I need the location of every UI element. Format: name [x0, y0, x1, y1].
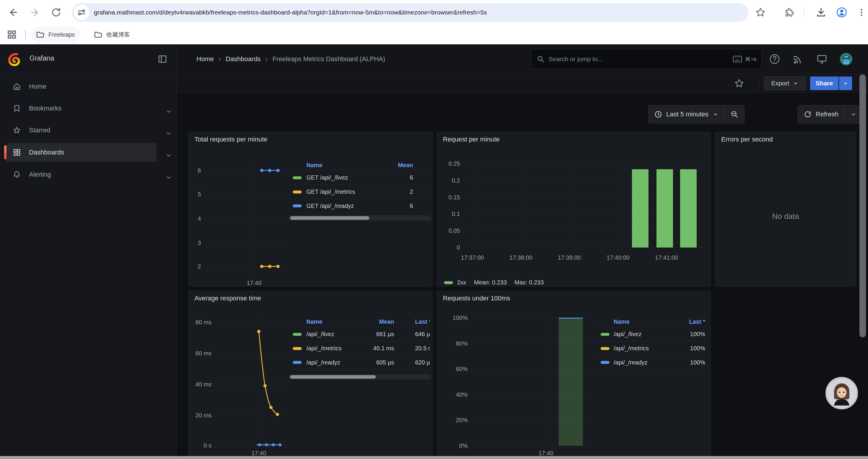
legend-row-metrics[interactable]: /api/_/metrics 40.1 ms 20.5 ms	[288, 341, 431, 355]
bookmark-folder-blogs[interactable]: 收藏博客	[89, 27, 135, 42]
svg-text:20%: 20%	[456, 417, 468, 423]
time-controls: Last 5 minutes Refresh	[177, 93, 868, 131]
request-per-minute-chart[interactable]: 0.25 0.2 0.15 0.1 0.05 0 17:37:00 17:38:…	[437, 132, 711, 287]
series-mean: 605 µs	[356, 359, 394, 366]
sidebar-collapse-button[interactable]	[156, 53, 169, 66]
svg-text:0.1: 0.1	[452, 210, 460, 217]
series-color-pill[interactable]	[293, 176, 302, 179]
table-scrollbar-thumb[interactable]	[290, 216, 369, 220]
assistant-avatar[interactable]	[826, 377, 858, 409]
table-scrollbar[interactable]	[288, 374, 431, 380]
apps-grid-icon	[7, 30, 16, 39]
column-name[interactable]: Name	[614, 319, 629, 325]
bookmark-star-button[interactable]	[753, 5, 768, 20]
series-color-pill[interactable]	[293, 333, 302, 336]
series-color-pill[interactable]	[293, 361, 302, 364]
sidebar-item-starred[interactable]: Starred	[6, 121, 157, 140]
breadcrumb-dashboards[interactable]: Dashboards	[226, 55, 261, 63]
bookmark-folder-freeleaps[interactable]: Freeleaps	[31, 27, 80, 42]
series-color-pill[interactable]	[601, 361, 610, 364]
legend-row-livez[interactable]: GET /api/_/livez 6	[288, 170, 431, 185]
share-button[interactable]: Share	[810, 76, 838, 90]
panel-request-per-minute: Request per minute 0.25 0.2 0.15 0.1 0.0…	[437, 132, 711, 287]
search-bar[interactable]: ⌘+k	[531, 49, 762, 69]
share-menu-button[interactable]	[839, 76, 852, 90]
legend-row-readyz[interactable]: GET /api/_/readyz 6	[288, 199, 431, 213]
panel-title[interactable]: Average response time	[194, 294, 261, 302]
column-last[interactable]: Last *	[629, 319, 710, 325]
series-last: 646 µs	[415, 331, 430, 338]
column-mean[interactable]: Mean	[322, 162, 431, 169]
profile-avatar-icon	[836, 6, 848, 18]
chevron-down-icon[interactable]	[165, 130, 172, 137]
refresh-group: Refresh	[798, 105, 863, 124]
zoom-out-button[interactable]	[724, 105, 744, 123]
display-button[interactable]	[815, 53, 829, 66]
legend-row-livez[interactable]: /api/_/livez 100%	[596, 327, 710, 341]
series-name: GET /api/_/metrics	[306, 189, 356, 195]
export-button[interactable]: Export	[764, 76, 806, 90]
user-avatar[interactable]	[840, 53, 852, 66]
favorite-dashboard-button[interactable]	[733, 77, 746, 90]
legend-table: Name Mean Last * /api/_/livez 661 µs 646…	[288, 316, 431, 369]
panel-under-100ms: Requests under 100ms 100% 80% 60% 40% 20…	[437, 291, 711, 459]
table-scrollbar-thumb[interactable]	[290, 375, 376, 379]
sidebar-item-dashboards[interactable]: Dashboards	[6, 143, 157, 162]
series-color-pill[interactable]	[601, 347, 610, 350]
back-button[interactable]	[6, 5, 20, 20]
downloads-button[interactable]	[814, 5, 828, 20]
time-range-group: Last 5 minutes	[648, 105, 745, 124]
apps-grid-button[interactable]	[5, 28, 19, 42]
chevron-down-icon[interactable]	[165, 152, 172, 159]
chart-legend[interactable]: 2xx Mean: 0.233 Max: 0.233	[444, 279, 544, 286]
back-arrow-icon	[7, 6, 19, 18]
column-name[interactable]: Name	[306, 162, 322, 169]
extensions-button[interactable]	[782, 5, 797, 20]
table-scrollbar[interactable]	[288, 215, 431, 221]
series-color-pill[interactable]	[601, 333, 610, 336]
sidebar-item-bookmarks[interactable]: Bookmarks	[6, 99, 157, 118]
sidebar-item-alerting[interactable]: Alerting	[6, 165, 157, 184]
browser-menu-button[interactable]	[855, 5, 868, 20]
reload-button[interactable]	[49, 5, 63, 20]
search-input[interactable]	[549, 56, 733, 63]
chevron-down-icon[interactable]	[165, 108, 172, 115]
column-mean[interactable]: Mean	[356, 319, 394, 325]
legend-row-metrics[interactable]: /api/_/metrics 100%	[596, 341, 710, 355]
series-color-pill[interactable]	[293, 191, 302, 193]
svg-text:17:40: 17:40	[538, 450, 553, 456]
panel-title[interactable]: Total requests per minute	[194, 136, 267, 143]
forward-button[interactable]	[28, 5, 42, 20]
grafana-app: Grafana Home Bookmarks Starred Dashboard…	[0, 44, 868, 459]
legend-row-readyz[interactable]: /api/_/readyz 605 µs 620 µs	[288, 355, 431, 369]
sidebar-item-home[interactable]: Home	[6, 77, 157, 96]
series-color-pill[interactable]	[293, 347, 302, 350]
time-range-picker[interactable]: Last 5 minutes	[649, 105, 724, 123]
column-name[interactable]: Name	[306, 319, 356, 325]
page-scrollbar-thumb[interactable]	[860, 74, 866, 337]
svg-text:17:39:00: 17:39:00	[558, 254, 581, 261]
sidebar-item-label: Home	[29, 83, 46, 90]
panel-title[interactable]: Requests under 100ms	[443, 294, 510, 302]
panel-title[interactable]: Errors per second	[721, 136, 773, 143]
legend-header-row: Name Mean	[288, 160, 431, 170]
refresh-button[interactable]: Refresh	[798, 105, 844, 123]
panel-avg-response-time: Average response time 80 ms 60 ms 40 ms …	[188, 291, 433, 459]
window-hscrollbar[interactable]	[0, 456, 868, 459]
url-bar[interactable]	[72, 3, 748, 22]
column-last[interactable]: Last *	[415, 319, 430, 325]
url-input[interactable]	[94, 9, 729, 16]
legend-row-livez[interactable]: /api/_/livez 661 µs 646 µs	[288, 327, 431, 341]
series-color-pill[interactable]	[293, 204, 302, 207]
download-icon	[815, 7, 827, 18]
legend-row-readyz[interactable]: /api/_/readyz 100%	[596, 355, 710, 369]
series-last: 620 µs	[415, 359, 430, 366]
news-button[interactable]	[791, 53, 804, 66]
profile-button[interactable]	[835, 5, 849, 20]
legend-row-metrics[interactable]: GET /api/_/metrics 2	[288, 185, 431, 199]
panel-title[interactable]: Request per minute	[443, 136, 500, 143]
chevron-down-icon[interactable]	[165, 174, 172, 181]
breadcrumb-home[interactable]: Home	[196, 55, 214, 63]
site-settings-icon[interactable]	[74, 5, 89, 20]
help-button[interactable]	[768, 53, 781, 66]
